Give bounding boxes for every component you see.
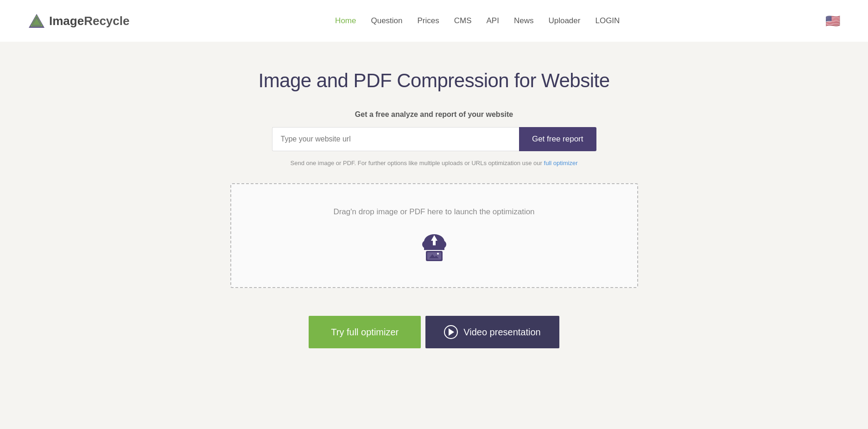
main-nav: Home Question Prices CMS API News Upload… (335, 16, 620, 26)
url-input-row: Get free report (272, 127, 596, 151)
bottom-buttons: Try full optimizer Video presentation (309, 316, 559, 348)
main-content: Image and PDF Compression for Website Ge… (0, 42, 868, 429)
nav-news[interactable]: News (514, 16, 534, 26)
nav-home[interactable]: Home (335, 16, 356, 26)
nav-uploader[interactable]: Uploader (548, 16, 580, 26)
play-triangle-icon (449, 328, 454, 336)
language-flag-icon[interactable]: 🇺🇸 (825, 14, 840, 28)
nav-cms[interactable]: CMS (454, 16, 472, 26)
full-optimizer-link[interactable]: full optimizer (544, 160, 578, 166)
helper-text: Send one image or PDF. For further optio… (291, 160, 578, 166)
drop-zone[interactable]: Drag'n drop image or PDF here to launch … (230, 183, 638, 288)
video-presentation-button[interactable]: Video presentation (425, 316, 559, 348)
play-circle-icon (444, 325, 458, 339)
nav-question[interactable]: Question (371, 16, 402, 26)
nav-api[interactable]: API (487, 16, 499, 26)
drop-zone-text: Drag'n drop image or PDF here to launch … (333, 207, 534, 217)
nav-prices[interactable]: Prices (418, 16, 439, 26)
svg-point-13 (437, 253, 439, 255)
nav-login[interactable]: LOGIN (595, 16, 620, 26)
url-input[interactable] (272, 127, 519, 151)
hero-title: Image and PDF Compression for Website (258, 70, 609, 92)
svg-rect-10 (427, 252, 441, 260)
try-full-optimizer-button[interactable]: Try full optimizer (309, 316, 421, 348)
logo-icon (28, 12, 45, 30)
get-report-button[interactable]: Get free report (519, 127, 596, 151)
svg-rect-8 (433, 240, 436, 245)
upload-icon (416, 227, 453, 264)
logo-text: ImageRecycle (49, 14, 129, 28)
subtitle: Get a free analyze and report of your we… (355, 110, 513, 119)
logo[interactable]: ImageRecycle (28, 12, 129, 30)
header: ImageRecycle Home Question Prices CMS AP… (0, 0, 868, 42)
